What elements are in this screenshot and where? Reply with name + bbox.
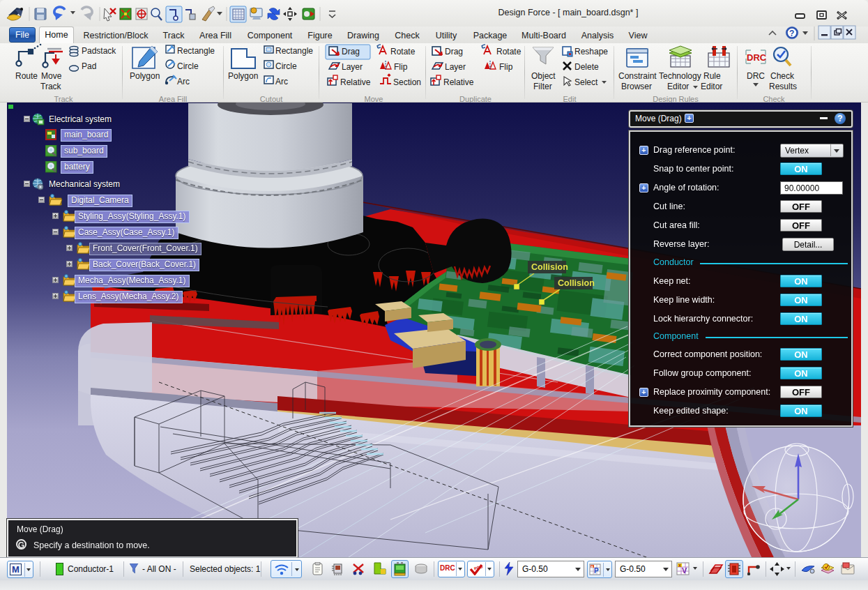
svg-text:Circle: Circle (177, 61, 199, 71)
svg-text:Relative: Relative (340, 77, 371, 87)
svg-text:Relative: Relative (443, 77, 474, 87)
svg-text:Technology: Technology (659, 71, 701, 81)
svg-text:Reshape: Reshape (574, 47, 608, 56)
svg-text:Circle: Circle (275, 61, 297, 71)
svg-text:Polygon: Polygon (228, 71, 258, 81)
svg-text:Browser: Browser (621, 82, 652, 91)
svg-text:Move: Move (41, 71, 62, 81)
svg-text:Collision: Collision (531, 262, 568, 272)
svg-text:Rule: Rule (703, 71, 721, 81)
svg-text:Delete: Delete (574, 62, 599, 72)
svg-text:Collision: Collision (558, 278, 595, 288)
svg-text:Check: Check (770, 71, 795, 81)
svg-text:Pad: Pad (82, 61, 96, 71)
svg-text:Results: Results (769, 82, 797, 91)
svg-text:Route: Route (15, 71, 38, 81)
svg-text:Arc: Arc (177, 77, 190, 86)
svg-text:V: V (682, 566, 687, 575)
svg-text:Drag: Drag (342, 47, 360, 56)
svg-text:DRC: DRC (747, 52, 767, 63)
svg-text:?: ? (789, 29, 794, 38)
svg-text:Editor: Editor (701, 82, 722, 91)
svg-text:Layer: Layer (445, 62, 466, 72)
svg-text:DRC: DRC (747, 71, 765, 81)
svg-text:Layer: Layer (342, 62, 363, 72)
svg-text:P: P (594, 567, 599, 575)
svg-text:Select: Select (574, 77, 598, 87)
svg-text:x: x (678, 563, 681, 568)
svg-text:Section: Section (393, 77, 421, 87)
svg-text:Drag: Drag (445, 47, 463, 56)
svg-text:Rectangle: Rectangle (177, 46, 215, 56)
svg-text:Editor: Editor (667, 82, 689, 91)
svg-text:Arc: Arc (275, 77, 288, 86)
svg-text:Filter: Filter (533, 82, 552, 91)
svg-text:Rotate: Rotate (390, 47, 416, 56)
svg-text:Track: Track (40, 82, 62, 91)
svg-text:Rotate: Rotate (496, 47, 521, 56)
svg-text:Flip: Flip (394, 62, 408, 72)
svg-text:Constraint: Constraint (618, 71, 657, 81)
svg-text:Padstack: Padstack (82, 46, 116, 56)
svg-text:Flip: Flip (499, 62, 513, 72)
svg-text:Rectangle: Rectangle (275, 46, 313, 56)
svg-text:Object: Object (531, 71, 556, 81)
svg-text:Polygon: Polygon (130, 71, 160, 81)
